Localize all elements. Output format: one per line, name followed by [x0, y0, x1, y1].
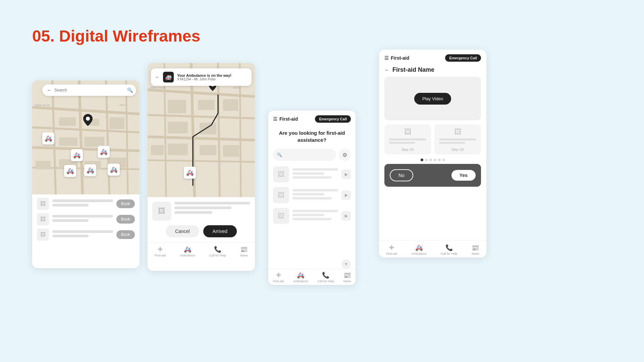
yes-button[interactable]: Yes: [451, 170, 476, 181]
dot-5: [438, 159, 441, 161]
video-card: Play Video: [384, 77, 481, 120]
svg-text:A3211: A3211: [233, 86, 240, 89]
no-button[interactable]: No: [390, 169, 413, 181]
aid-line-2: [292, 214, 324, 216]
play-video-button[interactable]: Play Video: [414, 93, 451, 105]
img-card-text-1: [389, 138, 426, 145]
aid-text-lines-2: [292, 189, 338, 201]
svg-rect-36: [151, 145, 164, 155]
back-arrow-icon[interactable]: ←: [384, 67, 390, 73]
firstaid-nav-icon: ✚: [158, 246, 163, 253]
assistance-question: Are you looking for first-aid assistance…: [268, 126, 356, 147]
search-box[interactable]: 🔍: [273, 149, 336, 161]
firstaid-nav-icon: ✚: [389, 244, 394, 251]
cancel-button[interactable]: Cancel: [166, 225, 199, 237]
svg-rect-32: [198, 100, 215, 110]
ambulance-nav-icon: 🚑: [184, 246, 191, 253]
list-thumbnail: 🖼: [37, 213, 49, 225]
nav-label: News: [343, 280, 351, 283]
nav-label: Call for Help: [441, 252, 458, 255]
dot-3: [429, 159, 432, 161]
list-item: 🖼 Book: [37, 198, 135, 210]
list-thumbnail: 🖼: [37, 229, 49, 241]
screen1-ambulance-map: Middle Temple Upper Thames St A3211 ← 🔍: [32, 80, 140, 268]
list-item: 🖼 Book: [37, 229, 135, 241]
ambulance-marker-5[interactable]: 🚑: [84, 164, 96, 176]
nav-firstaid[interactable]: ✚ First-aid: [273, 272, 284, 283]
arrived-button[interactable]: Arrived: [203, 225, 237, 237]
ambulance-marker-1[interactable]: 🚑: [42, 132, 54, 144]
aid-action-2[interactable]: ▶: [341, 190, 351, 200]
nav-news[interactable]: 📰 News: [472, 244, 479, 255]
ambulance-marker-6[interactable]: 🚑: [108, 164, 120, 176]
action-buttons: Cancel Arrived: [148, 221, 255, 242]
screen4-hamburger-icon[interactable]: ☰: [384, 55, 389, 61]
nav-ambulance-label: Ambulance: [180, 254, 195, 257]
nav-news-label: News: [240, 254, 248, 257]
aid-action-1[interactable]: ▶: [341, 170, 351, 179]
search-bar[interactable]: ← 🔍: [42, 84, 136, 96]
nav-firstaid[interactable]: ✚ First-aid: [155, 246, 166, 257]
img-card-2: 🖼 Step 1/5: [434, 124, 481, 155]
book-button-3[interactable]: Book: [116, 230, 135, 239]
nav-news[interactable]: 📰 News: [240, 246, 248, 257]
aid-text-lines-3: [292, 210, 338, 222]
search-input[interactable]: [54, 84, 127, 96]
svg-rect-14: [59, 137, 77, 146]
svg-rect-15: [84, 137, 104, 147]
aid-list: 🖼 ▶ 🖼 ▶ 🖼 ▶: [268, 163, 356, 232]
map-background: Middle Temple Upper Thames St A3211 ← 🔍: [32, 80, 140, 194]
news-icon: 📰: [343, 272, 351, 279]
screen4-nav-bar: ✚ First-aid 🚑 Ambulance 📞 Call for Help …: [379, 240, 486, 257]
screen3-firstaid-search: ☰ First-aid Emergency Call Are you looki…: [268, 111, 356, 285]
scroll-indicator[interactable]: ▼: [341, 259, 351, 269]
list-text-lines: [52, 199, 113, 208]
ambulance-marker-2[interactable]: 🚑: [71, 149, 83, 161]
svg-text:A3211: A3211: [119, 104, 126, 106]
back-button[interactable]: ←: [46, 86, 53, 94]
image-placeholder-icon-1: 🖼: [404, 128, 412, 136]
screen4-emergency-badge[interactable]: Emergency Call: [445, 54, 481, 62]
firstaid-header-label: ☰ First-aid: [273, 116, 298, 122]
aid-line-1: [292, 189, 338, 191]
nav-callhelp[interactable]: 📞 Call for Help: [441, 244, 458, 255]
aid-thumbnail-1: 🖼: [273, 166, 289, 182]
pagination-dots: [379, 159, 486, 161]
nav-ambulance[interactable]: 🚑 Ambulance: [180, 246, 195, 257]
filter-button[interactable]: ⚙: [339, 149, 351, 161]
nav-label: News: [472, 252, 479, 255]
book-button-2[interactable]: Book: [116, 215, 135, 224]
aid-thumbnail-3: 🖼: [273, 208, 289, 224]
firstaid-name-title: First-aid Name: [392, 66, 434, 73]
aid-action-3[interactable]: ▶: [341, 211, 351, 221]
nav-firstaid[interactable]: ✚ First-aid: [386, 244, 397, 255]
nav-label: Ambulance: [293, 280, 308, 283]
callhelp-nav-icon: 📞: [445, 244, 453, 251]
dot-2: [425, 159, 428, 161]
card-line-2: [174, 206, 231, 209]
search-row: 🔍 ⚙: [268, 147, 356, 163]
book-button-1[interactable]: Book: [116, 199, 135, 208]
search-icon: 🔍: [127, 87, 133, 93]
ambulance-marker-3[interactable]: 🚑: [98, 146, 110, 158]
ambulance-marker-4[interactable]: 🚑: [64, 165, 76, 177]
aid-thumbnail-2: 🖼: [273, 187, 289, 203]
aid-list-item-1: 🖼 ▶: [273, 166, 351, 182]
notification-bar: ← 🚑 Your Ambulance is on the way! XYA129…: [151, 68, 252, 86]
nav-label: First-aid: [386, 252, 397, 255]
ambulance-nav-icon: 🚑: [415, 244, 423, 251]
nav-ambulance[interactable]: 🚑 Ambulance: [293, 272, 308, 283]
ambulance-list: 🖼 Book 🖼 Book 🖼 Book: [32, 194, 140, 247]
aid-line-2: [292, 172, 324, 175]
emergency-call-badge[interactable]: Emergency Call: [315, 115, 351, 123]
news-nav-icon: 📰: [472, 244, 479, 251]
svg-rect-38: [200, 145, 216, 155]
notification-back-arrow[interactable]: ←: [155, 74, 160, 80]
notification-ambulance-icon: 🚑: [163, 72, 174, 82]
aid-line-1: [292, 168, 338, 171]
nav-callhelp[interactable]: 📞 Call for Help: [209, 246, 226, 257]
hamburger-menu-icon[interactable]: ☰: [273, 116, 277, 122]
nav-callhelp[interactable]: 📞 Call for Help: [318, 272, 334, 283]
nav-news[interactable]: 📰 News: [343, 272, 351, 283]
nav-ambulance[interactable]: 🚑 Ambulance: [411, 244, 426, 255]
